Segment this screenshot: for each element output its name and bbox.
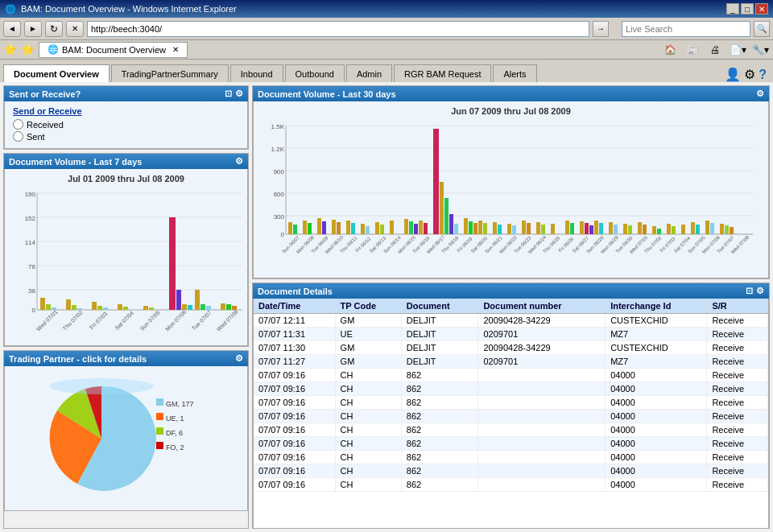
table-row[interactable]: 07/07 09:16 CH 862 04000 Receive [254,369,768,382]
tab-outbound[interactable]: Outbound [285,64,345,82]
svg-rect-14 [40,298,45,310]
user-icon[interactable]: 👤 [725,67,741,82]
live-search-input[interactable] [622,21,750,37]
tp-settings-icon[interactable]: ⚙ [235,353,243,364]
dd-scroll[interactable]: Date/Time TP Code Document Document numb… [254,299,768,529]
go-button[interactable]: → [593,21,609,37]
table-row[interactable]: 07/07 11:31 UE DELJIT 0209701 MZ7 Receiv… [254,328,768,341]
dd-settings-icon[interactable]: ⚙ [756,286,764,296]
svg-text:600: 600 [274,191,285,198]
cell-tp-code: CH [335,410,401,423]
settings-icon[interactable]: ⚙ [744,67,755,82]
cell-datetime: 07/07 09:16 [254,451,335,464]
table-row[interactable]: 07/07 09:16 CH 862 04000 Receive [254,396,768,410]
sent-label: Sent [27,132,45,142]
tab-inbound[interactable]: Inbound [230,64,283,82]
svg-text:0: 0 [32,307,36,314]
svg-text:Fri 07/03: Fri 07/03 [89,311,109,331]
maximize-button[interactable]: □ [741,3,754,14]
tab-trading-partner-summary[interactable]: TradingPartnerSummary [111,64,229,82]
svg-rect-124 [681,225,685,234]
svg-rect-120 [652,226,656,234]
col-sr[interactable]: S/R [707,299,768,314]
table-header-row: Date/Time TP Code Document Document numb… [254,299,768,314]
cell-tp-code: CH [335,396,401,410]
table-row[interactable]: 07/07 11:30 GM DELJIT 20090428-34229 CUS… [254,341,768,355]
back-button[interactable]: ◄ [3,21,21,37]
tab-rgr-bam-request[interactable]: RGR BAM Request [394,64,491,82]
vol30-panel: Document Volume - Last 30 days ⚙ Jun 07 … [252,85,770,279]
vol7-settings-icon[interactable]: ⚙ [235,156,243,167]
send-receive-link[interactable]: Send or Receive [13,106,239,116]
cell-sr: Receive [707,464,768,478]
table-row[interactable]: 07/07 12:11 GM DELJIT 20090428-34229 CUS… [254,314,768,328]
vol30-chart-title: Jun 07 2009 thru Jul 08 2009 [254,106,768,116]
svg-text:152: 152 [25,215,36,222]
svg-rect-83 [404,219,408,234]
vol7-title-text: Document Volume - Last 7 days [9,157,142,167]
svg-text:300: 300 [274,213,285,221]
svg-text:Mon 07/06: Mon 07/06 [164,309,187,332]
svg-rect-121 [657,229,661,234]
col-datetime[interactable]: Date/Time [254,299,335,314]
svg-text:76: 76 [28,263,35,270]
table-row[interactable]: 07/07 09:16 CH 862 04000 Receive [254,478,768,492]
table-row[interactable]: 07/07 09:16 CH 862 04000 Receive [254,437,768,451]
svg-rect-73 [322,221,326,234]
col-interchange-id[interactable]: Interchange Id [606,299,707,314]
received-radio[interactable] [13,119,23,130]
forward-button[interactable]: ► [24,21,42,37]
address-bar[interactable] [87,21,589,37]
svg-text:Sat 07/04: Sat 07/04 [114,310,134,331]
cell-sr: Receive [707,396,768,410]
tools-menu-icon[interactable]: 🔧▾ [750,42,770,58]
cell-datetime: 07/07 11:30 [254,341,335,355]
svg-rect-127 [705,221,709,234]
send-receive-expand-icon[interactable]: ⊡ [225,89,232,99]
col-tp-code[interactable]: TP Code [335,299,401,314]
table-row[interactable]: 07/07 11:27 GM DELJIT 0209701 MZ7 Receiv… [254,355,768,369]
refresh-button[interactable]: ↻ [45,21,63,37]
send-receive-settings-icon[interactable]: ⚙ [235,89,243,99]
send-receive-header-icons: ⊡ ⚙ [225,89,243,99]
sent-radio[interactable] [13,131,23,142]
print-icon[interactable]: 🖨 [705,42,725,58]
table-row[interactable]: 07/07 09:16 CH 862 04000 Receive [254,464,768,478]
close-button[interactable]: ✕ [755,3,768,14]
dd-expand-icon[interactable]: ⊡ [746,286,753,296]
svg-rect-82 [390,221,394,234]
tab-document-overview[interactable]: Document Overview [3,64,110,82]
table-row[interactable]: 07/07 09:16 CH 862 04000 Receive [254,410,768,423]
svg-rect-114 [609,222,613,234]
add-favorites-icon[interactable]: ⭐ [21,43,35,57]
favorites-toolbar: ⭐ ⭐ 🌐 BAM: Document Overview ✕ 🏠 📰 🖨 📄▾ … [0,40,773,60]
cell-sr: Receive [707,341,768,355]
svg-rect-75 [337,222,341,234]
stop-button[interactable]: ✕ [66,21,84,37]
table-row[interactable]: 07/07 09:16 CH 862 04000 Receive [254,451,768,464]
svg-rect-22 [103,307,108,310]
minimize-button[interactable]: _ [726,3,739,14]
window-title: BAM: Document Overview - Windows Interne… [21,4,726,14]
page-menu-icon[interactable]: 📄▾ [728,42,747,58]
search-go-button[interactable]: 🔍 [754,21,770,37]
tab-close-icon[interactable]: ✕ [172,45,179,54]
tab-admin[interactable]: Admin [346,64,392,82]
cell-document: DELJIT [401,314,478,328]
svg-rect-101 [512,225,516,234]
table-row[interactable]: 07/07 09:16 CH 862 04000 Receive [254,423,768,437]
col-document[interactable]: Document [401,299,478,314]
table-row[interactable]: 07/07 09:16 CH 862 04000 Receive [254,382,768,396]
send-receive-panel: Sent or Receive? ⊡ ⚙ Send or Receive Rec… [3,85,249,150]
cell-document: 862 [401,382,478,396]
help-icon[interactable]: ? [759,68,767,82]
feeds-icon[interactable]: 📰 [683,42,702,58]
tab-alerts[interactable]: Alerts [493,64,536,82]
cell-tp-code: CH [335,423,401,437]
home-icon[interactable]: 🏠 [660,42,680,58]
favorites-icon[interactable]: ⭐ [3,43,18,57]
browser-tab[interactable]: 🌐 BAM: Document Overview ✕ [39,42,188,58]
col-doc-number[interactable]: Document number [478,299,606,314]
toolbar-right-icons: 🏠 📰 🖨 📄▾ 🔧▾ [660,42,770,58]
vol30-settings-icon[interactable]: ⚙ [756,89,764,99]
